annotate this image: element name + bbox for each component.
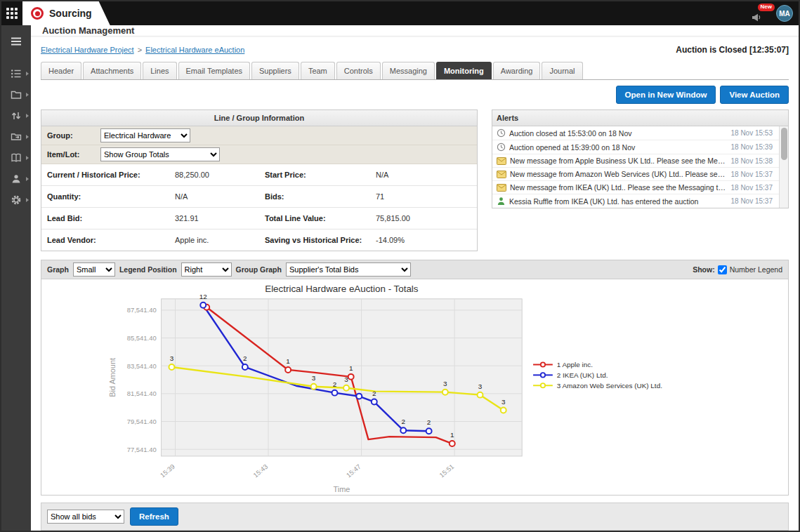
svg-text:15:51: 15:51 xyxy=(438,463,455,479)
flyout-arrow-icon xyxy=(26,177,29,181)
hamburger-menu-icon[interactable] xyxy=(1,31,31,52)
alerts-body: Auction closed at 15:53:00 on 18 Nov18 N… xyxy=(492,126,788,208)
alert-row[interactable]: Auction opened at 15:39:00 on 18 Nov18 N… xyxy=(492,140,788,154)
alert-row[interactable]: New message from IKEA (UK) Ltd.. Please … xyxy=(492,181,788,194)
svg-text:Electrical Hardware eAuction -: Electrical Hardware eAuction - Totals xyxy=(265,284,419,294)
line-group-info-title: Line / Group Information xyxy=(41,110,477,126)
alert-text: New message from Amazon Web Services (UK… xyxy=(510,170,728,178)
svg-text:77,541.40: 77,541.40 xyxy=(127,446,157,453)
transfer-arrows-icon[interactable] xyxy=(1,105,31,126)
folder-export-icon[interactable] xyxy=(1,126,31,147)
tab-email-templates[interactable]: Email Templates xyxy=(178,62,251,79)
flyout-arrow-icon xyxy=(26,72,29,76)
info-row: Quantity:N/ABids:71 xyxy=(41,186,477,208)
group-row: Group: Electrical Hardware xyxy=(41,126,477,145)
group-label: Group: xyxy=(47,131,100,140)
show-options: Show: Number Legend xyxy=(693,265,782,274)
contacts-book-icon[interactable] xyxy=(1,147,31,168)
alerts-scrollbar[interactable] xyxy=(779,126,788,208)
refresh-button[interactable]: Refresh xyxy=(130,507,178,526)
graph-size-select[interactable]: Small xyxy=(73,262,115,277)
user-avatar[interactable]: MA xyxy=(776,5,793,22)
alert-row[interactable]: Auction closed at 15:53:00 on 18 Nov18 N… xyxy=(492,126,788,140)
tab-team[interactable]: Team xyxy=(301,62,335,79)
info-label: Current / Historical Price: xyxy=(47,171,175,179)
svg-text:1: 1 xyxy=(349,364,353,372)
svg-text:2: 2 xyxy=(372,390,376,397)
number-legend-checkbox[interactable] xyxy=(718,265,727,274)
svg-text:79,541.40: 79,541.40 xyxy=(127,418,157,425)
panels-row: Line / Group Information Group: Electric… xyxy=(41,109,789,251)
tab-controls[interactable]: Controls xyxy=(336,62,381,79)
alert-text: Kessia Ruffle from IKEA (UK) Ltd. has en… xyxy=(509,197,728,206)
item-lot-select[interactable]: Show Group Totals xyxy=(100,147,220,161)
info-label: Lead Bid: xyxy=(47,214,175,222)
tab-monitoring[interactable]: Monitoring xyxy=(436,62,492,79)
alert-text: New message from Apple Business UK Ltd..… xyxy=(510,157,728,165)
svg-text:3 Amazon Web Services (UK) Ltd: 3 Amazon Web Services (UK) Ltd. xyxy=(557,382,662,390)
svg-text:3: 3 xyxy=(312,374,316,382)
scrollbar-thumb[interactable] xyxy=(781,128,787,160)
svg-text:1: 1 xyxy=(286,357,290,365)
svg-text:87,541.40: 87,541.40 xyxy=(127,306,157,314)
topbar-right: New MA xyxy=(751,1,799,25)
auction-status: Auction is Closed [12:35:07] xyxy=(676,45,789,55)
svg-text:81,541.40: 81,541.40 xyxy=(127,390,157,397)
legend-position-select[interactable]: Right xyxy=(181,262,232,277)
info-label: Lead Vendor: xyxy=(47,236,175,244)
breadcrumb-row: Electrical Hardware Project > Electrical… xyxy=(41,44,789,56)
sidebar xyxy=(1,25,31,531)
announcements-button[interactable]: New xyxy=(751,4,769,22)
info-label: Bids: xyxy=(265,192,376,201)
breadcrumb-project-link[interactable]: Electrical Hardware Project xyxy=(41,46,134,54)
folder-icon[interactable] xyxy=(1,84,31,105)
content: Electrical Hardware Project > Electrical… xyxy=(31,36,799,531)
alert-time: 18 Nov 15:39 xyxy=(731,143,773,151)
clock-icon xyxy=(497,142,506,152)
item-lot-label: Item/Lot: xyxy=(47,150,100,159)
info-label: Quantity: xyxy=(47,192,175,201)
show-label: Show: xyxy=(693,265,715,274)
bid-filter-select[interactable]: Show all bids xyxy=(47,510,124,524)
info-row: Lead Bid:321.91Total Line Value:75,815.0… xyxy=(41,208,477,230)
app-title: Sourcing xyxy=(49,8,92,19)
list-icon[interactable] xyxy=(1,63,31,84)
info-value: N/A xyxy=(175,192,265,201)
chart-area: 77,541.4079,541.4081,541.4083,541.4085,5… xyxy=(41,279,788,495)
alert-row[interactable]: New message from Apple Business UK Ltd..… xyxy=(492,154,788,168)
tab-attachments[interactable]: Attachments xyxy=(83,62,141,79)
envelope-icon xyxy=(497,157,506,165)
alert-time: 18 Nov 15:53 xyxy=(731,129,773,137)
settings-gear-icon[interactable] xyxy=(1,189,31,211)
svg-text:1 Apple inc.: 1 Apple inc. xyxy=(557,361,593,368)
clock-icon xyxy=(497,128,506,138)
svg-text:3: 3 xyxy=(344,375,348,383)
brand-tab: Sourcing xyxy=(22,1,110,25)
flyout-arrow-icon xyxy=(26,156,29,160)
actions-row: Open in New Window View Auction xyxy=(41,86,789,104)
breadcrumb-auction-link[interactable]: Electrical Hardware eAuction xyxy=(145,46,244,54)
info-label: Saving vs Historical Price: xyxy=(265,236,376,244)
breadcrumb: Electrical Hardware Project > Electrical… xyxy=(41,46,244,54)
number-legend-label: Number Legend xyxy=(730,265,782,274)
tab-messaging[interactable]: Messaging xyxy=(382,62,435,79)
group-graph-select[interactable]: Supplier's Total Bids xyxy=(286,262,411,277)
open-in-new-window-button[interactable]: Open in New Window xyxy=(616,86,716,104)
tab-header[interactable]: Header xyxy=(41,62,81,79)
alerts-list: Auction closed at 15:53:00 on 18 Nov18 N… xyxy=(492,126,788,208)
svg-text:12: 12 xyxy=(199,293,208,300)
line-group-info-panel: Line / Group Information Group: Electric… xyxy=(41,109,478,251)
tab-journal[interactable]: Journal xyxy=(542,62,582,79)
info-value: 75,815.00 xyxy=(376,214,471,222)
user-icon[interactable] xyxy=(1,168,31,189)
alert-row[interactable]: Kessia Ruffle from IKEA (UK) Ltd. has en… xyxy=(492,194,788,208)
user-enter-icon xyxy=(497,197,506,206)
alert-row[interactable]: New message from Amazon Web Services (UK… xyxy=(492,168,788,181)
group-select[interactable]: Electrical Hardware xyxy=(100,128,190,142)
view-auction-button[interactable]: View Auction xyxy=(720,86,789,104)
app-grid-icon[interactable] xyxy=(1,1,22,25)
legend-position-label: Legend Position xyxy=(119,265,177,274)
tab-suppliers[interactable]: Suppliers xyxy=(251,62,299,79)
tab-lines[interactable]: Lines xyxy=(143,62,176,79)
tab-awarding[interactable]: Awarding xyxy=(493,62,541,79)
